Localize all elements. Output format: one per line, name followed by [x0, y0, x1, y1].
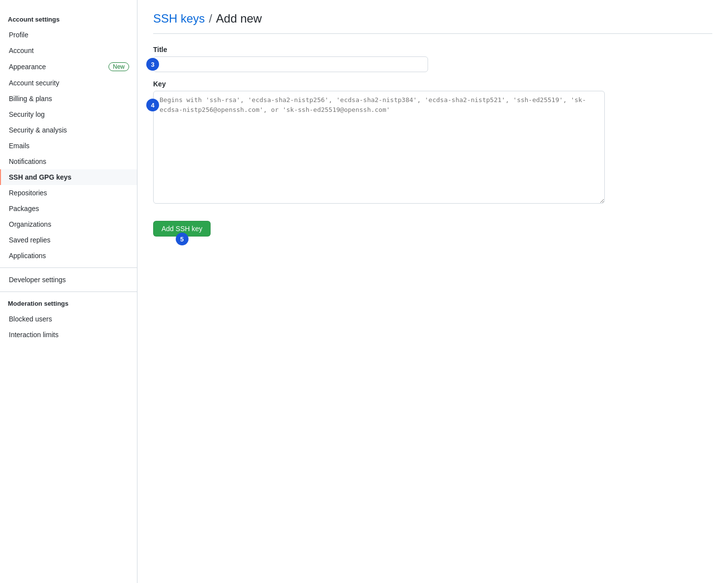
sidebar-item-ssh-gpg[interactable]: SSH and GPG keys: [0, 169, 137, 185]
sidebar-item-blocked-users-label: Blocked users: [9, 315, 52, 323]
ssh-keys-link[interactable]: SSH keys: [153, 12, 205, 26]
title-input-wrapper: 3: [153, 56, 428, 72]
sidebar-item-blocked-users[interactable]: Blocked users: [0, 311, 137, 327]
sidebar-item-profile[interactable]: Profile: [0, 27, 137, 43]
sidebar-item-profile-label: Profile: [9, 31, 28, 39]
sidebar-item-emails[interactable]: Emails: [0, 138, 137, 154]
sidebar-item-security-analysis-label: Security & analysis: [9, 126, 67, 134]
sidebar-item-security-log[interactable]: Security log: [0, 106, 137, 122]
key-form-group: Key 4: [153, 80, 712, 205]
sidebar-item-billing-label: Billing & plans: [9, 95, 52, 103]
sidebar-item-repositories[interactable]: Repositories: [0, 185, 137, 201]
key-label: Key: [153, 80, 712, 88]
page-header: SSH keys / Add new: [153, 12, 712, 34]
step-5-indicator: 5: [176, 233, 189, 245]
sidebar: Account settings ProfileAccountAppearanc…: [0, 0, 137, 583]
sidebar-item-ssh-gpg-label: SSH and GPG keys: [9, 173, 72, 181]
sidebar-item-saved-replies-label: Saved replies: [9, 236, 51, 244]
sidebar-item-developer-settings[interactable]: Developer settings: [0, 272, 137, 288]
sidebar-divider-2: [0, 292, 137, 292]
sidebar-item-interaction-limits[interactable]: Interaction limits: [0, 327, 137, 343]
sidebar-item-packages-label: Packages: [9, 205, 39, 212]
page-title-sub: Add new: [216, 12, 262, 26]
sidebar-item-appearance[interactable]: AppearanceNew: [0, 58, 137, 75]
sidebar-item-packages[interactable]: Packages: [0, 201, 137, 216]
sidebar-item-security-analysis[interactable]: Security & analysis: [0, 122, 137, 138]
sidebar-item-security-log-label: Security log: [9, 110, 45, 118]
sidebar-item-notifications-label: Notifications: [9, 158, 46, 165]
step-4-indicator: 4: [146, 99, 159, 111]
main-content: SSH keys / Add new Title 3 Key 4 Add SSH…: [137, 0, 728, 583]
sidebar-item-account-security[interactable]: Account security: [0, 75, 137, 91]
sidebar-item-appearance-label: Appearance: [9, 63, 46, 71]
sidebar-item-notifications[interactable]: Notifications: [0, 154, 137, 169]
sidebar-divider-1: [0, 267, 137, 268]
sidebar-item-billing[interactable]: Billing & plans: [0, 91, 137, 106]
sidebar-item-account[interactable]: Account: [0, 43, 137, 58]
add-key-button-wrapper: Add SSH key 5: [153, 221, 211, 237]
key-textarea-wrapper: 4: [153, 91, 605, 205]
sidebar-item-account-security-label: Account security: [9, 79, 59, 87]
sidebar-item-developer-settings-label: Developer settings: [9, 276, 66, 284]
sidebar-item-applications-label: Applications: [9, 252, 46, 260]
key-textarea[interactable]: [153, 91, 605, 204]
sidebar-item-organizations[interactable]: Organizations: [0, 216, 137, 232]
sidebar-item-saved-replies[interactable]: Saved replies: [0, 232, 137, 248]
sidebar-item-account-label: Account: [9, 47, 34, 54]
sidebar-item-emails-label: Emails: [9, 142, 29, 150]
sidebar-item-interaction-limits-label: Interaction limits: [9, 331, 58, 339]
sidebar-item-applications[interactable]: Applications: [0, 248, 137, 264]
sidebar-item-repositories-label: Repositories: [9, 189, 47, 197]
title-input[interactable]: [153, 56, 428, 72]
moderation-settings-title: Moderation settings: [0, 296, 137, 311]
title-form-group: Title 3: [153, 46, 712, 72]
account-settings-title: Account settings: [0, 12, 137, 27]
step-3-indicator: 3: [146, 58, 159, 71]
sidebar-item-appearance-badge: New: [108, 62, 129, 71]
page-title-separator: /: [209, 12, 212, 26]
sidebar-item-organizations-label: Organizations: [9, 220, 51, 228]
title-label: Title: [153, 46, 712, 53]
